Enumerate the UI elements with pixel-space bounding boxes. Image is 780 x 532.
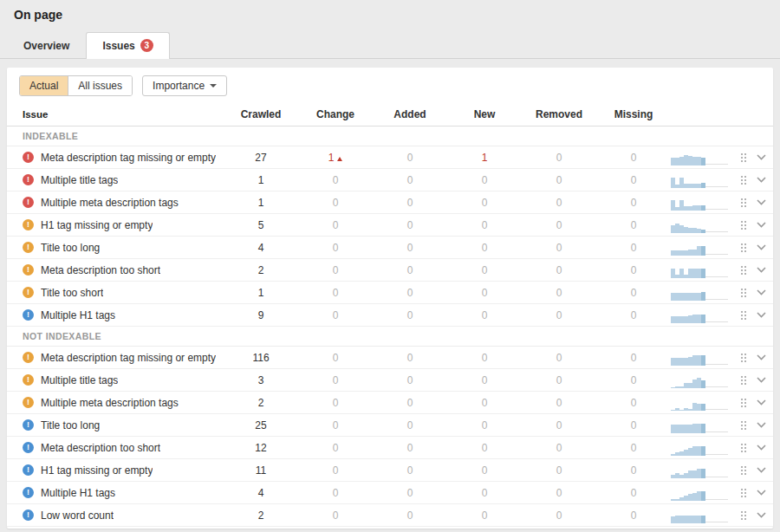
table-row[interactable]: ! Title too long 25 0 0 0 0 0 xyxy=(7,414,773,437)
change-value: 0 xyxy=(298,419,373,431)
table-row[interactable]: ! Multiple meta description tags 2 0 0 0… xyxy=(7,392,773,414)
row-actions xyxy=(728,399,766,407)
table-row[interactable]: ! Multiple title tags 1 0 0 0 0 0 xyxy=(7,169,773,191)
tab-overview[interactable]: Overview xyxy=(7,32,86,59)
trend-cell xyxy=(671,263,728,278)
issue-cell: ! H1 tag missing or empty xyxy=(16,219,224,231)
expand-chevron-icon[interactable] xyxy=(757,444,766,451)
more-options-icon[interactable] xyxy=(741,354,746,362)
more-options-icon[interactable] xyxy=(741,421,746,430)
expand-chevron-icon[interactable] xyxy=(757,354,766,360)
expand-chevron-icon[interactable] xyxy=(757,199,766,205)
actual-filter-button[interactable]: Actual xyxy=(20,76,68,95)
table-row[interactable]: ! Meta description tag missing or empty … xyxy=(7,347,773,369)
added-value: 0 xyxy=(373,152,447,164)
more-options-icon[interactable] xyxy=(741,221,746,230)
new-value: 0 xyxy=(447,264,522,276)
expand-chevron-icon[interactable] xyxy=(757,267,766,273)
sparkline-baseline xyxy=(705,299,728,300)
removed-value: 0 xyxy=(522,197,596,209)
more-options-icon[interactable] xyxy=(741,444,746,452)
importance-dropdown[interactable]: Importance xyxy=(142,75,227,96)
more-options-icon[interactable] xyxy=(741,176,746,185)
expand-chevron-icon[interactable] xyxy=(757,490,766,496)
crawled-value: 1 xyxy=(224,197,298,209)
issue-cell: ! Multiple H1 tags xyxy=(16,487,224,499)
sparkline-chart xyxy=(671,352,705,366)
expand-chevron-icon[interactable] xyxy=(757,312,766,318)
expand-chevron-icon[interactable] xyxy=(757,154,766,160)
tab-overview-label: Overview xyxy=(23,40,69,52)
crawled-value: 12 xyxy=(224,442,298,454)
expand-chevron-icon[interactable] xyxy=(757,512,766,518)
table-row[interactable]: ! Meta description too short 12 0 0 0 0 … xyxy=(7,437,773,459)
table-row[interactable]: ! H1 tag missing or empty 5 0 0 0 0 0 xyxy=(7,214,773,237)
crawled-value: 11 xyxy=(224,464,298,477)
expand-chevron-icon[interactable] xyxy=(757,222,766,228)
expand-chevron-icon[interactable] xyxy=(757,467,766,473)
crawled-value: 5 xyxy=(224,219,298,231)
table-row[interactable]: ! Title too short 1 0 0 0 0 0 xyxy=(7,282,773,304)
trend-cell xyxy=(671,463,728,478)
more-options-icon[interactable] xyxy=(741,243,746,252)
section-header-label: INDEXABLE xyxy=(16,131,78,141)
more-options-icon[interactable] xyxy=(741,399,746,407)
row-actions xyxy=(728,176,766,185)
sparkline-chart xyxy=(671,309,705,323)
warning-icon: ! xyxy=(23,242,34,253)
sparkline-baseline xyxy=(705,522,728,522)
new-value: 1 xyxy=(447,152,522,164)
sparkline-baseline xyxy=(705,231,728,232)
expand-chevron-icon[interactable] xyxy=(757,422,766,428)
table-row[interactable]: ! Multiple title tags 3 0 0 0 0 0 xyxy=(7,369,773,392)
tab-issues[interactable]: Issues 3 xyxy=(86,32,169,59)
missing-value: 0 xyxy=(596,197,671,209)
error-icon: ! xyxy=(23,152,34,163)
row-actions xyxy=(728,266,766,275)
sparkline-chart xyxy=(671,287,705,301)
more-options-icon[interactable] xyxy=(741,153,746,162)
table-row[interactable]: ! Multiple meta description tags 1 0 0 0… xyxy=(7,191,773,214)
table-row[interactable]: ! Meta description tag missing or empty … xyxy=(7,146,773,169)
expand-chevron-icon[interactable] xyxy=(757,289,766,295)
expand-chevron-icon[interactable] xyxy=(757,399,766,405)
new-value: 0 xyxy=(447,419,522,431)
table-row[interactable]: ! Title too long 4 0 0 0 0 0 xyxy=(7,237,773,259)
table-row[interactable]: ! Multiple H1 tags 4 0 0 0 0 0 xyxy=(7,482,773,504)
removed-value: 0 xyxy=(522,242,596,254)
change-value: 0 xyxy=(298,509,373,522)
more-options-icon[interactable] xyxy=(741,376,746,385)
change-value: 0 xyxy=(298,464,373,477)
added-value: 0 xyxy=(373,509,447,522)
change-value: 0 xyxy=(298,309,373,321)
trend-cell xyxy=(671,395,728,411)
row-actions xyxy=(728,511,766,520)
expand-chevron-icon[interactable] xyxy=(757,377,766,383)
row-actions xyxy=(728,243,766,252)
issue-cell: ! Multiple H1 tags xyxy=(16,309,224,321)
more-options-icon[interactable] xyxy=(741,489,746,497)
removed-value: 0 xyxy=(522,309,596,321)
issue-cell: ! Multiple title tags xyxy=(16,374,224,386)
table-row[interactable]: ! Meta description too short 2 0 0 0 0 0 xyxy=(7,259,773,282)
sparkline-baseline xyxy=(705,477,728,477)
more-options-icon[interactable] xyxy=(741,466,746,475)
all-issues-filter-button[interactable]: All issues xyxy=(68,76,132,95)
sparkline-chart xyxy=(671,264,705,278)
more-options-icon[interactable] xyxy=(741,289,746,297)
crawled-value: 2 xyxy=(224,264,298,276)
table-row[interactable]: ! H1 tag missing or empty 11 0 0 0 0 0 xyxy=(7,459,773,482)
table-row[interactable]: ! Low word count 2 0 0 0 0 0 xyxy=(7,504,773,527)
removed-value: 0 xyxy=(522,219,596,231)
table-row[interactable]: ! Multiple H1 tags 9 0 0 0 0 0 xyxy=(7,304,773,327)
table-header: Issue Crawled Change Added New Removed M… xyxy=(7,103,773,127)
row-actions xyxy=(728,354,766,362)
row-actions xyxy=(728,444,766,452)
expand-chevron-icon[interactable] xyxy=(757,244,766,250)
more-options-icon[interactable] xyxy=(741,311,746,320)
more-options-icon[interactable] xyxy=(741,266,746,275)
more-options-icon[interactable] xyxy=(741,511,746,520)
more-options-icon[interactable] xyxy=(741,198,746,207)
expand-chevron-icon[interactable] xyxy=(757,177,766,183)
added-value: 0 xyxy=(373,419,447,431)
